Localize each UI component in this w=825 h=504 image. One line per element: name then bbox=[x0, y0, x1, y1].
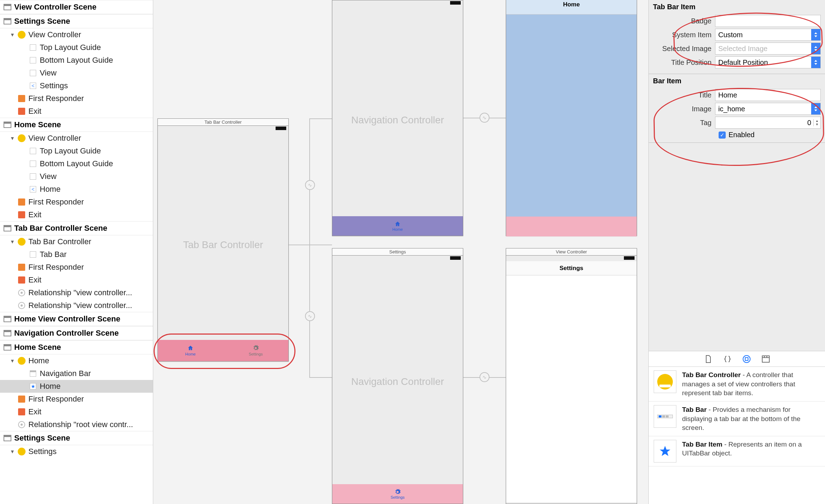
outline-label: First Responder bbox=[28, 394, 84, 404]
selected-image-label: Selected Image bbox=[653, 45, 715, 53]
gear-icon bbox=[253, 345, 259, 351]
library-item[interactable]: Tab Bar Controller - A controller that m… bbox=[649, 367, 825, 402]
tag-input[interactable] bbox=[715, 117, 813, 128]
outline-row[interactable]: ▼Tab Bar Controller bbox=[0, 235, 153, 248]
outline-label: Home bbox=[40, 382, 61, 391]
library-desc: Tab Bar Controller - A controller that m… bbox=[682, 370, 820, 398]
outline-row[interactable]: Top Layout Guide bbox=[0, 145, 153, 157]
scene-header[interactable]: Settings Scene bbox=[0, 14, 153, 28]
outline-row[interactable]: ★Home bbox=[0, 380, 153, 393]
library-tab-objects[interactable] bbox=[742, 354, 751, 364]
scene-title: Home Scene bbox=[14, 120, 61, 129]
segue-line bbox=[309, 118, 332, 119]
library-list[interactable]: Tab Bar Controller - A controller that m… bbox=[649, 367, 825, 504]
outline-label: Home bbox=[40, 185, 61, 194]
tag-stepper[interactable]: ▲▼ bbox=[715, 117, 821, 129]
segue-anchor[interactable]: ∿ bbox=[480, 113, 489, 123]
enabled-checkbox[interactable]: ✓ bbox=[719, 131, 726, 139]
scene-header[interactable]: Navigation Controller Scene bbox=[0, 326, 153, 340]
storyboard-canvas[interactable]: Tab Bar Controller Tab Bar Controller Ho… bbox=[153, 0, 648, 504]
outline-label: Bottom Layout Guide bbox=[40, 56, 113, 65]
outline-label: Tab Bar bbox=[40, 250, 67, 259]
placeholder-label: Navigation Controller bbox=[332, 376, 463, 387]
tab-bar-item-region[interactable]: Settings bbox=[332, 484, 463, 504]
scene-tabbar-controller[interactable]: Tab Bar Controller Tab Bar Controller Ho… bbox=[157, 118, 289, 362]
outline-row[interactable]: ▼View Controller bbox=[0, 28, 153, 41]
tab-item-settings[interactable]: Settings bbox=[223, 340, 288, 361]
scene-header[interactable]: Home View Controller Scene bbox=[0, 312, 153, 326]
library-item[interactable]: Tab Bar Item - Represents an item on a U… bbox=[649, 436, 825, 466]
attributes-inspector[interactable]: Tab Bar Item Badge System Item Custom Se… bbox=[648, 0, 825, 504]
outline-row[interactable]: Tab Bar bbox=[0, 248, 153, 261]
scene-header[interactable]: Home Scene bbox=[0, 340, 153, 354]
segue-anchor[interactable]: ∿ bbox=[305, 180, 315, 190]
outline-row[interactable]: Navigation Bar bbox=[0, 367, 153, 380]
outline-row[interactable]: Exit bbox=[0, 405, 153, 418]
tab-label: Home bbox=[392, 227, 403, 231]
svg-point-0 bbox=[743, 355, 750, 363]
scene-header[interactable]: Settings Scene bbox=[0, 431, 153, 445]
outline-row[interactable]: View bbox=[0, 67, 153, 79]
scene-header[interactable]: Home Scene bbox=[0, 118, 153, 132]
scene-icon bbox=[4, 4, 11, 10]
scene-icon bbox=[4, 225, 11, 231]
title-input[interactable] bbox=[715, 89, 821, 101]
image-select[interactable]: ic_home bbox=[715, 103, 821, 115]
chevron-down-icon[interactable]: ▼ bbox=[813, 123, 820, 126]
outline-row[interactable]: Bottom Layout Guide bbox=[0, 54, 153, 67]
tab-label: Settings bbox=[391, 495, 405, 499]
segue-anchor[interactable]: ∿ bbox=[305, 311, 315, 321]
scene-icon bbox=[4, 18, 11, 24]
section-title: Bar Item bbox=[653, 76, 821, 87]
outline-row[interactable]: <Home bbox=[0, 183, 153, 196]
selected-image-select[interactable]: Selected Image bbox=[715, 43, 821, 55]
placeholder-label: Tab Bar Controller bbox=[158, 239, 288, 251]
document-outline[interactable]: View Controller SceneSettings Scene▼View… bbox=[0, 0, 153, 504]
library-tab-code[interactable] bbox=[723, 354, 732, 364]
scene-nav-settings[interactable]: Settings Navigation Controller Settings bbox=[332, 248, 463, 504]
outline-row[interactable]: First Responder bbox=[0, 393, 153, 405]
outline-label: Exit bbox=[28, 107, 41, 116]
tab-item-home[interactable]: Home bbox=[158, 340, 223, 361]
scene-title: Tab Bar Controller Scene bbox=[14, 224, 107, 233]
library-item[interactable]: Tab Bar - Provides a mechanism for displ… bbox=[649, 402, 825, 436]
chevron-up-icon[interactable]: ▲ bbox=[813, 119, 820, 123]
tab-bar[interactable]: Home Settings bbox=[158, 340, 288, 361]
scene-settings-vc[interactable]: View Controller Settings bbox=[506, 248, 637, 504]
outline-label: Bottom Layout Guide bbox=[40, 159, 113, 168]
scene-header[interactable]: View Controller Scene bbox=[0, 0, 153, 14]
outline-row[interactable]: Relationship "view controller... bbox=[0, 286, 153, 299]
outline-row[interactable]: First Responder bbox=[0, 92, 153, 105]
tab-bar-item-region[interactable]: Home bbox=[332, 216, 463, 236]
outline-row[interactable]: <Settings bbox=[0, 79, 153, 92]
outline-row[interactable]: Top Layout Guide bbox=[0, 41, 153, 54]
outline-row[interactable]: First Responder bbox=[0, 196, 153, 208]
status-bar bbox=[332, 0, 463, 6]
chevron-updown-icon bbox=[811, 57, 820, 68]
outline-row[interactable]: View bbox=[0, 170, 153, 183]
outline-row[interactable]: Exit bbox=[0, 274, 153, 286]
scene-header[interactable]: Tab Bar Controller Scene bbox=[0, 221, 153, 235]
library-tabs[interactable] bbox=[649, 351, 825, 367]
object-library[interactable]: Tab Bar Controller - A controller that m… bbox=[649, 351, 825, 504]
library-tab-file[interactable] bbox=[704, 354, 713, 364]
library-tab-media[interactable] bbox=[761, 354, 770, 364]
outline-row[interactable]: Relationship "view controller... bbox=[0, 299, 153, 312]
system-item-select[interactable]: Custom bbox=[715, 29, 821, 41]
nav-bar: Settings bbox=[506, 261, 637, 275]
status-bar bbox=[158, 126, 288, 131]
title-position-select[interactable]: Default Position bbox=[715, 56, 821, 68]
badge-input[interactable] bbox=[715, 15, 821, 27]
outline-row[interactable]: ▼Settings bbox=[0, 445, 153, 458]
outline-row[interactable]: ▼Home bbox=[0, 354, 153, 367]
outline-row[interactable]: Exit bbox=[0, 105, 153, 118]
outline-row[interactable]: Relationship "root view contr... bbox=[0, 418, 153, 431]
outline-row[interactable]: First Responder bbox=[0, 261, 153, 274]
outline-row[interactable]: ▼View Controller bbox=[0, 132, 153, 145]
outline-row[interactable]: Exit bbox=[0, 208, 153, 221]
scene-nav-home[interactable]: Navigation Controller Home bbox=[332, 0, 463, 236]
segue-anchor[interactable]: ∿ bbox=[480, 372, 489, 382]
outline-row[interactable]: Bottom Layout Guide bbox=[0, 157, 153, 170]
scene-home-vc[interactable]: Home bbox=[506, 0, 637, 236]
library-desc: Tab Bar - Provides a mechanism for displ… bbox=[682, 405, 820, 432]
